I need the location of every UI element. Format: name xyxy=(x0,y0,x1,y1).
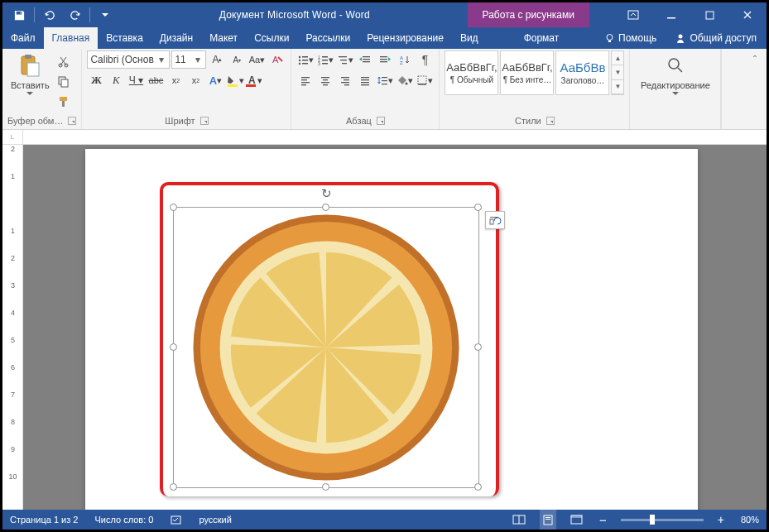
grow-font-button[interactable]: A▴ xyxy=(208,50,226,69)
justify-button[interactable] xyxy=(356,71,374,89)
style-no-spacing[interactable]: АаБбВвГг,¶ Без инте… xyxy=(500,50,554,95)
tab-insert[interactable]: Вставка xyxy=(98,27,151,49)
increase-indent-button[interactable] xyxy=(376,50,394,69)
shading-button[interactable]: ▾ xyxy=(396,71,414,89)
line-spacing-button[interactable]: ▾ xyxy=(376,71,394,89)
ribbon-display-button[interactable] xyxy=(614,2,652,27)
borders-button[interactable]: ▾ xyxy=(416,71,434,89)
tab-review[interactable]: Рецензирование xyxy=(358,27,452,49)
tab-selector[interactable]: L xyxy=(2,130,23,145)
resize-handle-nw[interactable] xyxy=(170,204,177,211)
resize-handle-se[interactable] xyxy=(474,483,482,491)
strikethrough-button[interactable]: abc xyxy=(147,71,165,89)
redo-button[interactable] xyxy=(63,3,86,26)
show-hide-button[interactable]: ¶ xyxy=(416,50,434,69)
paragraph-dialog-launcher[interactable] xyxy=(377,117,385,125)
align-right-button[interactable] xyxy=(336,71,354,89)
close-button[interactable] xyxy=(728,2,767,27)
zoom-out-button[interactable]: − xyxy=(597,510,609,530)
font-size-combo[interactable]: 11▾ xyxy=(171,50,206,69)
resize-handle-sw[interactable] xyxy=(170,483,177,491)
tab-references[interactable]: Ссылки xyxy=(246,27,297,49)
orange-slice-image[interactable] xyxy=(174,208,478,487)
style-normal[interactable]: АаБбВвГг,¶ Обычный xyxy=(445,50,498,95)
shrink-font-button[interactable]: A▾ xyxy=(228,50,246,69)
tab-mailings[interactable]: Рассылки xyxy=(297,27,358,49)
save-button[interactable] xyxy=(7,3,31,26)
bullets-button[interactable]: ▾ xyxy=(296,50,315,69)
print-layout-button[interactable] xyxy=(540,510,556,530)
gallery-more-button[interactable]: ▼ xyxy=(612,80,623,94)
font-dialog-launcher[interactable] xyxy=(200,117,209,125)
resize-handle-ne[interactable] xyxy=(474,204,482,211)
numbering-button[interactable]: 123▾ xyxy=(316,50,334,69)
chevron-down-icon[interactable]: ▾ xyxy=(156,54,166,65)
style-heading1[interactable]: АаБбВвЗаголово… xyxy=(555,50,609,95)
undo-button[interactable] xyxy=(38,3,61,26)
gallery-down-button[interactable]: ▼ xyxy=(612,65,623,79)
tab-file[interactable]: Файл xyxy=(2,27,44,49)
minimize-button[interactable] xyxy=(652,2,690,27)
clipboard-label: Буфер обм… xyxy=(7,116,63,126)
change-case-button[interactable]: Aa▾ xyxy=(248,50,266,69)
font-name-combo[interactable]: Calibri (Основ▾ xyxy=(87,50,170,69)
collapse-ribbon-button[interactable]: ˆ xyxy=(746,51,764,69)
subscript-button[interactable]: x2 xyxy=(166,71,185,89)
spellcheck-button[interactable] xyxy=(167,510,185,530)
italic-button[interactable]: К xyxy=(107,71,125,89)
zoom-in-button[interactable]: + xyxy=(715,510,727,530)
styles-dialog-launcher[interactable] xyxy=(546,117,555,125)
picture-selection[interactable]: ↻ xyxy=(173,207,479,488)
vertical-ruler[interactable]: 2112345678910 xyxy=(2,145,23,510)
tab-design[interactable]: Дизайн xyxy=(151,27,201,49)
resize-handle-e[interactable] xyxy=(474,343,482,351)
align-center-button[interactable] xyxy=(316,71,334,89)
tab-view[interactable]: Вид xyxy=(452,27,487,49)
maximize-button[interactable] xyxy=(690,2,728,27)
horizontal-ruler[interactable]: L · 2 · ı · 1 · ı ·▣· ı · 1 · ı · 2 · ı … xyxy=(2,130,767,145)
highlight-button[interactable]: ▾ xyxy=(226,71,244,89)
text-effects-button[interactable]: A▾ xyxy=(206,71,224,89)
svg-rect-14 xyxy=(62,101,65,107)
svg-rect-1 xyxy=(667,17,675,19)
superscript-button[interactable]: x2 xyxy=(186,71,204,89)
multilevel-list-button[interactable]: ▾ xyxy=(336,50,354,69)
clear-formatting-button[interactable]: A xyxy=(267,50,286,69)
cut-button[interactable] xyxy=(55,52,73,70)
svg-point-60 xyxy=(406,83,408,85)
read-mode-button[interactable] xyxy=(510,510,528,530)
copy-button[interactable] xyxy=(55,72,73,90)
paste-button[interactable]: Вставить xyxy=(7,50,53,98)
decrease-indent-button[interactable] xyxy=(356,50,374,69)
zoom-level[interactable]: 80% xyxy=(738,510,762,530)
resize-handle-n[interactable] xyxy=(322,204,329,211)
find-button[interactable]: Редактирование xyxy=(635,50,715,98)
language-indicator[interactable]: русский xyxy=(196,510,233,530)
rotation-handle[interactable]: ↻ xyxy=(319,186,334,201)
ribbon: Вставить Буфер обм… Calibri (Основ▾ 11▾ … xyxy=(2,49,767,130)
layout-options-button[interactable] xyxy=(485,211,505,229)
bold-button[interactable]: Ж xyxy=(87,71,105,89)
font-color-button[interactable]: A▾ xyxy=(246,71,264,89)
web-layout-button[interactable] xyxy=(568,510,585,530)
align-left-button[interactable] xyxy=(296,71,315,89)
chevron-down-icon[interactable]: ▾ xyxy=(193,54,203,65)
share-button[interactable]: Общий доступ xyxy=(665,27,767,49)
format-painter-button[interactable] xyxy=(55,92,73,110)
tab-layout[interactable]: Макет xyxy=(201,27,246,49)
svg-rect-37 xyxy=(380,59,387,60)
zoom-slider[interactable] xyxy=(621,519,704,521)
sort-button[interactable]: AZ xyxy=(396,50,414,69)
tab-home[interactable]: Главная xyxy=(44,27,99,49)
gallery-up-button[interactable]: ▲ xyxy=(612,51,623,65)
resize-handle-w[interactable] xyxy=(170,343,177,351)
underline-button[interactable]: Ч ▾ xyxy=(127,71,145,89)
document-area[interactable]: ↻ xyxy=(23,145,767,510)
resize-handle-s[interactable] xyxy=(322,483,329,491)
qat-customize-button[interactable] xyxy=(94,3,117,26)
tab-format[interactable]: Формат xyxy=(516,27,568,49)
word-count[interactable]: Число слов: 0 xyxy=(92,510,156,530)
tell-me-field[interactable]: Помощь xyxy=(596,27,665,49)
page-indicator[interactable]: Страница 1 из 2 xyxy=(7,510,80,530)
clipboard-dialog-launcher[interactable] xyxy=(68,117,76,125)
